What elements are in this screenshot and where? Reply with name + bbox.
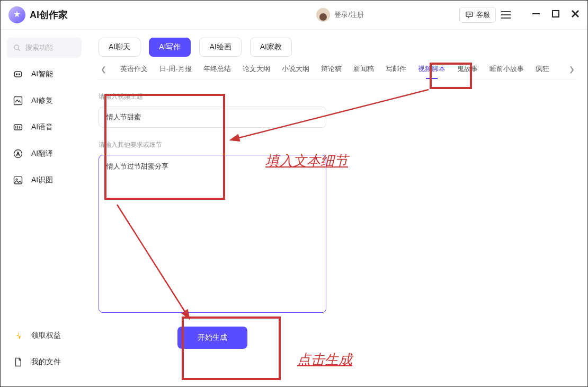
sidebar-item-ai-voice[interactable]: AI语音 (12, 121, 82, 133)
image-icon (12, 174, 24, 186)
maximize-button[interactable] (552, 10, 559, 20)
svg-rect-5 (553, 11, 559, 17)
cat-summary[interactable]: 年终总结 (203, 64, 231, 74)
svg-rect-17 (14, 177, 22, 183)
sidebar-item-ai-translate[interactable]: A AI翻译 (12, 148, 82, 160)
cat-novel[interactable]: 小说大纲 (282, 64, 309, 74)
sidebar-label: AI识图 (31, 175, 53, 185)
sidebar-item-my-files[interactable]: 我的文件 (12, 356, 82, 368)
svg-text:A: A (16, 151, 20, 156)
search-placeholder: 搜索功能 (25, 43, 53, 52)
reward-icon (12, 330, 24, 341)
mode-tabs: AI聊天 AI写作 AI绘画 AI家教 (99, 38, 577, 57)
menu-button[interactable] (501, 8, 511, 22)
avatar-icon (316, 8, 330, 22)
cat-ghost[interactable]: 鬼故事 (457, 64, 478, 74)
svg-point-2 (469, 14, 470, 14)
cat-video-script[interactable]: 视频脚本 (418, 64, 446, 74)
chevron-right-icon[interactable]: ❯ (567, 65, 577, 73)
svg-point-3 (470, 14, 471, 14)
search-icon (13, 44, 21, 52)
cat-thesis[interactable]: 论文大纲 (243, 64, 270, 74)
smart-icon (12, 68, 24, 80)
chat-bubble-icon (465, 11, 474, 19)
repair-icon (12, 95, 24, 107)
cat-email[interactable]: 写邮件 (386, 64, 406, 74)
cat-news[interactable]: 新闻稿 (353, 64, 374, 74)
generate-button[interactable]: 开始生成 (177, 327, 247, 349)
main-content: AI聊天 AI写作 AI绘画 AI家教 ❮ 英语作文 日-周-月报 年终总结 论… (88, 30, 587, 386)
svg-point-8 (14, 45, 19, 49)
details-textarea[interactable] (99, 155, 326, 313)
cat-english[interactable]: 英语作文 (120, 64, 148, 74)
sidebar-label: 我的文件 (31, 357, 61, 367)
search-input[interactable]: 搜索功能 (7, 38, 82, 58)
logo-icon (8, 6, 25, 23)
cat-crazy[interactable]: 疯狂 (536, 64, 549, 74)
svg-rect-10 (14, 72, 21, 77)
sidebar-item-ai-image[interactable]: AI识图 (12, 174, 82, 186)
cat-bedtime[interactable]: 睡前小故事 (489, 64, 524, 74)
sidebar-label: AI智能 (31, 69, 53, 79)
title-bar: AI创作家 登录/注册 客服 (1, 1, 587, 30)
tab-ai-chat[interactable]: AI聊天 (99, 38, 140, 57)
file-icon (12, 356, 24, 368)
sidebar-label: AI修复 (31, 96, 53, 105)
app-title: AI创作家 (30, 8, 68, 21)
close-button[interactable] (571, 10, 580, 20)
svg-point-12 (19, 74, 20, 75)
minimize-button[interactable] (532, 10, 540, 20)
sidebar-label: AI翻译 (31, 149, 53, 159)
sidebar-item-ai-smart[interactable]: AI智能 (12, 68, 82, 80)
user-login[interactable]: 登录/注册 (316, 8, 364, 22)
sidebar-label: 领取权益 (31, 331, 61, 340)
chevron-left-icon[interactable]: ❮ (99, 65, 109, 73)
kefu-label: 客服 (476, 10, 490, 20)
sidebar-item-rewards[interactable]: 领取权益 (12, 330, 82, 341)
svg-point-1 (468, 14, 468, 14)
translate-icon: A (12, 148, 24, 160)
tab-ai-write[interactable]: AI写作 (149, 38, 191, 57)
svg-line-9 (18, 49, 20, 50)
details-label: 请输入其他要求或细节 (99, 140, 326, 149)
sidebar-item-ai-repair[interactable]: AI修复 (12, 95, 82, 107)
tab-ai-tutor[interactable]: AI家教 (250, 38, 292, 57)
voice-icon (12, 121, 24, 133)
login-text: 登录/注册 (334, 10, 364, 20)
input-form: 请输入视频主题 * 请输入其他要求或细节 开始生成 (99, 92, 326, 349)
topic-input[interactable] (99, 107, 326, 128)
cat-report[interactable]: 日-周-月报 (159, 64, 192, 74)
topic-label: 请输入视频主题 * (99, 92, 326, 101)
sidebar-label: AI语音 (31, 122, 53, 132)
tab-ai-draw[interactable]: AI绘画 (199, 38, 241, 57)
customer-service-button[interactable]: 客服 (459, 7, 496, 23)
cat-debate[interactable]: 辩论稿 (321, 64, 342, 74)
category-nav: ❮ 英语作文 日-周-月报 年终总结 论文大纲 小说大纲 辩论稿 新闻稿 写邮件… (99, 64, 577, 80)
sidebar: 搜索功能 AI智能 AI修复 AI语音 A AI翻译 AI识图 领取权益 (1, 30, 88, 386)
svg-point-11 (16, 74, 17, 75)
svg-point-18 (16, 179, 17, 180)
app-logo: AI创作家 (8, 6, 68, 23)
